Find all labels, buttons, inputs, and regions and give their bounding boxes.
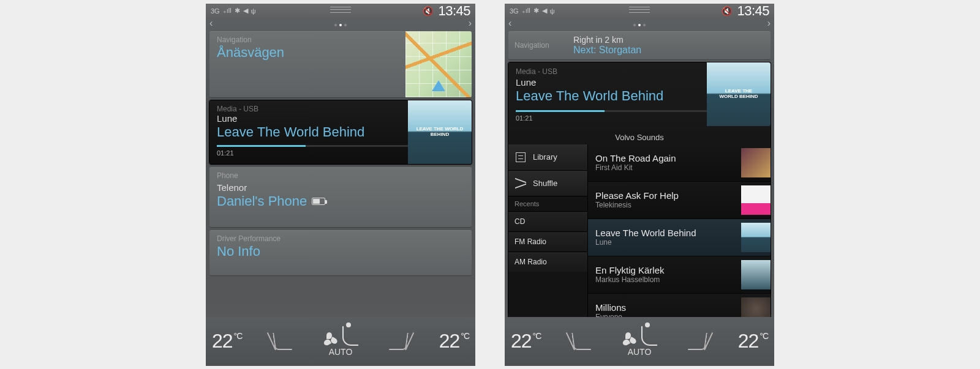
antenna-icon: ψ [550, 7, 555, 15]
map-cursor-icon [432, 80, 445, 91]
device-home: 3G ₊ıll ✱ ◀ ψ 🔇 13:45 ‹ › Navigation Ånä… [206, 4, 475, 366]
album-art [741, 148, 771, 177]
media-elapsed: 01:21 [516, 114, 533, 122]
clock: 13:45 [438, 4, 470, 19]
album-art: LEAVE THEWORLD BEHIND [707, 62, 771, 126]
track-list: On The Road AgainFirst Aid Kit Please As… [588, 144, 771, 331]
shuffle-icon [514, 179, 527, 187]
pager: ‹ › [206, 18, 475, 28]
chevron-left-icon[interactable]: ‹ [209, 18, 213, 29]
tile-media[interactable]: Media - USB Lune Leave The World Behind … [209, 100, 472, 164]
network-label: 3G [510, 7, 519, 15]
recents-label: Recents [508, 196, 587, 211]
album-art [741, 185, 771, 215]
climate-bar: 22°C AUTO 22°C [206, 317, 475, 366]
location-icon: ◀ [243, 7, 248, 15]
chevron-left-icon[interactable]: ‹ [508, 18, 511, 29]
tile-phone[interactable]: Phone Telenor Daniel's Phone [209, 167, 472, 227]
tile-media-expanded: Media - USB Lune Leave The World Behind … [508, 62, 771, 331]
device-media-expanded: 3G ₊ıll ✱ ◀ ψ 🔇 13:45 ‹ › Navigation Rig… [505, 4, 774, 366]
seat-left-icon[interactable] [273, 333, 292, 350]
source-cd[interactable]: CD [508, 211, 587, 231]
network-label: 3G [211, 7, 220, 15]
media-now-playing[interactable]: Media - USB Lune Leave The World Behind … [508, 62, 771, 130]
battery-icon [312, 198, 325, 205]
mute-icon[interactable]: 🔇 [423, 6, 433, 16]
location-icon: ◀ [542, 7, 547, 15]
track-row[interactable]: On The Road AgainFirst Aid Kit [588, 144, 771, 182]
pager: ‹ › [505, 18, 774, 28]
media-sidebar: Library Shuffle Recents CD FM Radio AM R… [508, 144, 588, 331]
phone-carrier: Telenor [209, 180, 472, 193]
tile-header: Driver Performance [209, 230, 472, 243]
tile-navigation-compact[interactable]: Navigation Right in 2 km Next: Storgatan [508, 31, 771, 59]
album-art [741, 260, 771, 289]
drag-handle-icon[interactable] [629, 7, 650, 13]
drv-value: No Info [209, 243, 472, 266]
signal-icon: ₊ıll [522, 7, 530, 15]
seat-left-icon[interactable] [571, 333, 591, 350]
signal-icon: ₊ıll [223, 7, 232, 15]
chevron-right-icon[interactable]: › [767, 18, 771, 29]
bluetooth-icon: ✱ [533, 7, 539, 15]
seat-right-icon[interactable] [389, 333, 409, 350]
map-thumbnail [405, 31, 472, 97]
fan-icon [323, 332, 336, 346]
media-elapsed: 01:21 [217, 149, 234, 157]
temp-left[interactable]: 22°C [511, 330, 541, 352]
climate-bar: 22°C AUTO 22°C [505, 317, 774, 366]
chevron-right-icon[interactable]: › [469, 18, 472, 29]
airflow-icon [641, 326, 657, 346]
clock: 13:45 [737, 4, 769, 19]
mute-icon[interactable]: 🔇 [722, 6, 732, 16]
drag-handle-icon[interactable] [330, 7, 351, 13]
temp-left[interactable]: 22°C [212, 330, 242, 352]
fan-mode-button[interactable]: AUTO [622, 326, 657, 357]
track-row[interactable]: Please Ask For HelpTelekinesis [588, 182, 771, 219]
tile-driver-performance[interactable]: Driver Performance No Info [209, 230, 472, 275]
seat-right-icon[interactable] [688, 333, 707, 350]
album-art: LEAVE THE WORLD BEHIND [408, 100, 472, 164]
temp-right[interactable]: 22°C [439, 330, 469, 352]
temp-right[interactable]: 22°C [738, 330, 768, 352]
nav-instruction: Right in 2 km [573, 35, 641, 45]
library-button[interactable]: Library [508, 144, 587, 171]
album-art [741, 223, 771, 252]
phone-device: Daniel's Phone [209, 193, 472, 215]
track-row[interactable]: Leave The World BehindLune [588, 219, 771, 256]
tile-header: Phone [209, 167, 472, 180]
playlist-title: Volvo Sounds [508, 130, 771, 144]
shuffle-button[interactable]: Shuffle [508, 171, 587, 196]
source-am[interactable]: AM Radio [508, 252, 587, 272]
tile-navigation[interactable]: Navigation Ånäsvägen [209, 31, 472, 97]
status-bar: 3G ₊ıll ✱ ◀ ψ 🔇 13:45 [505, 4, 774, 18]
fan-mode-label: AUTO [329, 347, 353, 357]
bluetooth-icon: ✱ [235, 7, 240, 15]
antenna-icon: ψ [251, 7, 256, 15]
fan-mode-label: AUTO [628, 347, 652, 357]
fan-icon [622, 332, 635, 346]
airflow-icon [342, 326, 358, 346]
library-icon [514, 152, 527, 162]
fan-mode-button[interactable]: AUTO [323, 326, 358, 357]
track-row[interactable]: En Flyktig KärlekMarkus Hasselblom [588, 256, 771, 294]
status-bar: 3G ₊ıll ✱ ◀ ψ 🔇 13:45 [206, 4, 475, 18]
nav-next: Next: Storgatan [573, 45, 641, 56]
source-fm[interactable]: FM Radio [508, 231, 587, 252]
